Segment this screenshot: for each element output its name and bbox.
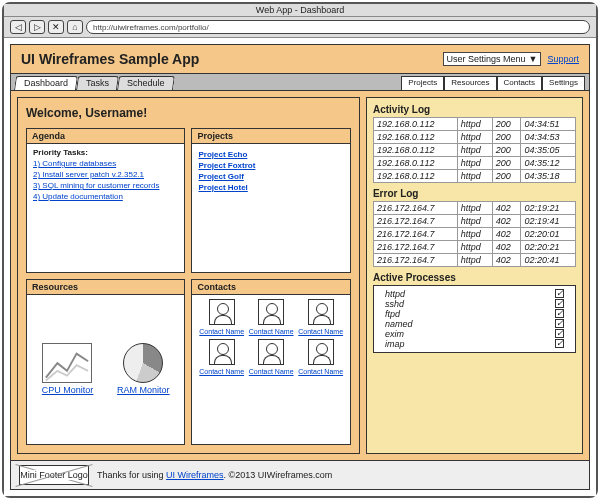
contact-name[interactable]: Contact Name — [199, 328, 244, 335]
app-header: UI Wireframes Sample App User Settings M… — [11, 45, 589, 73]
process-row: named — [377, 319, 572, 329]
footer-logo: Mini Footer Logo — [19, 465, 89, 485]
agenda-task[interactable]: 4) Update documentation — [33, 192, 178, 201]
nav-contacts[interactable]: Contacts — [497, 76, 543, 90]
process-checkbox[interactable] — [555, 289, 564, 298]
log-row: 192.168.0.112httpd20004:35:18 — [373, 170, 575, 183]
activity-log-table: 192.168.0.112httpd20004:34:51192.168.0.1… — [373, 117, 576, 183]
agenda-task[interactable]: 1) Configure databases — [33, 159, 178, 168]
home-button[interactable]: ⌂ — [67, 20, 83, 34]
url-input[interactable]: http://uiwireframes.com/portfolio/ — [86, 20, 590, 34]
tab-bar: DashboardTasksSchedule ProjectsResources… — [11, 73, 589, 91]
process-checkbox[interactable] — [555, 329, 564, 338]
activity-log-title: Activity Log — [373, 104, 576, 115]
ram-monitor-link[interactable]: RAM Monitor — [117, 385, 170, 395]
log-row: 216.172.164.7httpd40202:19:41 — [373, 215, 575, 228]
contact-name[interactable]: Contact Name — [199, 368, 244, 375]
log-row: 216.172.164.7httpd40202:20:01 — [373, 228, 575, 241]
process-row: imap — [377, 339, 572, 349]
contacts-title: Contacts — [192, 280, 349, 295]
process-checkbox[interactable] — [555, 319, 564, 328]
log-row: 192.168.0.112httpd20004:34:53 — [373, 131, 575, 144]
viewport: UI Wireframes Sample App User Settings M… — [4, 38, 596, 496]
process-checkbox[interactable] — [555, 309, 564, 318]
log-row: 216.172.164.7httpd40202:20:41 — [373, 254, 575, 267]
process-row: sshd — [377, 299, 572, 309]
nav-projects[interactable]: Projects — [401, 76, 444, 90]
agenda-title: Agenda — [27, 129, 184, 144]
log-row: 192.168.0.112httpd20004:34:51 — [373, 118, 575, 131]
contact-name[interactable]: Contact Name — [298, 328, 343, 335]
stop-button[interactable]: ✕ — [48, 20, 64, 34]
project-link[interactable]: Project Hotel — [198, 183, 343, 192]
nav-settings[interactable]: Settings — [542, 76, 585, 90]
support-link[interactable]: Support — [547, 54, 579, 64]
tab-schedule[interactable]: Schedule — [117, 76, 174, 90]
process-row: httpd — [377, 289, 572, 299]
avatar-icon — [308, 339, 334, 365]
browser-window: Web App - Dashboard ◁ ▷ ✕ ⌂ http://uiwir… — [2, 2, 598, 498]
resources-title: Resources — [27, 280, 184, 295]
avatar-icon — [258, 299, 284, 325]
error-log-table: 216.172.164.7httpd40202:19:21216.172.164… — [373, 201, 576, 267]
contact-name[interactable]: Contact Name — [249, 328, 294, 335]
footer: Mini Footer Logo Thanks for using UI Wir… — [11, 460, 589, 489]
cpu-chart — [42, 343, 92, 383]
agenda-panel: Agenda Priority Tasks: 1) Configure data… — [26, 128, 185, 273]
error-log-title: Error Log — [373, 188, 576, 199]
projects-title: Projects — [192, 129, 349, 144]
process-checkbox[interactable] — [555, 299, 564, 308]
nav-resources[interactable]: Resources — [444, 76, 496, 90]
active-processes-title: Active Processes — [373, 272, 576, 283]
project-link[interactable]: Project Foxtrot — [198, 161, 343, 170]
tab-tasks[interactable]: Tasks — [76, 76, 119, 90]
cpu-monitor-link[interactable]: CPU Monitor — [42, 385, 94, 395]
app-title: UI Wireframes Sample App — [21, 51, 199, 67]
contact-card[interactable]: Contact Name — [198, 339, 244, 376]
ram-chart — [123, 343, 163, 383]
main-panel: Welcome, Username! Agenda Priority Tasks… — [17, 97, 360, 454]
log-row: 216.172.164.7httpd40202:19:21 — [373, 202, 575, 215]
agenda-task[interactable]: 3) SQL mining for customer records — [33, 181, 178, 190]
user-settings-menu[interactable]: User Settings Menu ▼ — [443, 52, 542, 66]
contact-card[interactable]: Contact Name — [248, 299, 294, 336]
browser-toolbar: ◁ ▷ ✕ ⌂ http://uiwireframes.com/portfoli… — [4, 17, 596, 38]
contact-name[interactable]: Contact Name — [249, 368, 294, 375]
processes-list: httpdsshdftpdnamedeximimap — [373, 285, 576, 353]
process-row: exim — [377, 329, 572, 339]
footer-text: Thanks for using UI Wireframes. ©2013 UI… — [97, 470, 332, 480]
log-row: 192.168.0.112httpd20004:35:12 — [373, 157, 575, 170]
agenda-subtitle: Priority Tasks: — [33, 148, 178, 157]
contact-card[interactable]: Contact Name — [198, 299, 244, 336]
chevron-down-icon: ▼ — [529, 54, 538, 64]
app-frame: UI Wireframes Sample App User Settings M… — [10, 44, 590, 490]
tab-dashboard[interactable]: Dashboard — [14, 76, 78, 90]
avatar-icon — [308, 299, 334, 325]
window-title: Web App - Dashboard — [4, 4, 596, 17]
avatar-icon — [209, 339, 235, 365]
avatar-icon — [258, 339, 284, 365]
sidebar: Activity Log 192.168.0.112httpd20004:34:… — [366, 97, 583, 454]
footer-link[interactable]: UI Wireframes — [166, 470, 224, 480]
welcome-heading: Welcome, Username! — [26, 106, 351, 120]
contacts-panel: Contacts Contact NameContact NameContact… — [191, 279, 350, 446]
avatar-icon — [209, 299, 235, 325]
process-checkbox[interactable] — [555, 339, 564, 348]
log-row: 192.168.0.112httpd20004:35:05 — [373, 144, 575, 157]
contact-card[interactable]: Contact Name — [297, 339, 343, 376]
project-link[interactable]: Project Golf — [198, 172, 343, 181]
resources-panel: Resources CPU Monitor — [26, 279, 185, 446]
projects-panel: Projects Project EchoProject FoxtrotProj… — [191, 128, 350, 273]
back-button[interactable]: ◁ — [10, 20, 26, 34]
contact-card[interactable]: Contact Name — [297, 299, 343, 336]
project-link[interactable]: Project Echo — [198, 150, 343, 159]
contact-card[interactable]: Contact Name — [248, 339, 294, 376]
log-row: 216.172.164.7httpd40202:20:21 — [373, 241, 575, 254]
forward-button[interactable]: ▷ — [29, 20, 45, 34]
contact-name[interactable]: Contact Name — [298, 368, 343, 375]
agenda-task[interactable]: 2) Install server patch v.2.352.1 — [33, 170, 178, 179]
process-row: ftpd — [377, 309, 572, 319]
